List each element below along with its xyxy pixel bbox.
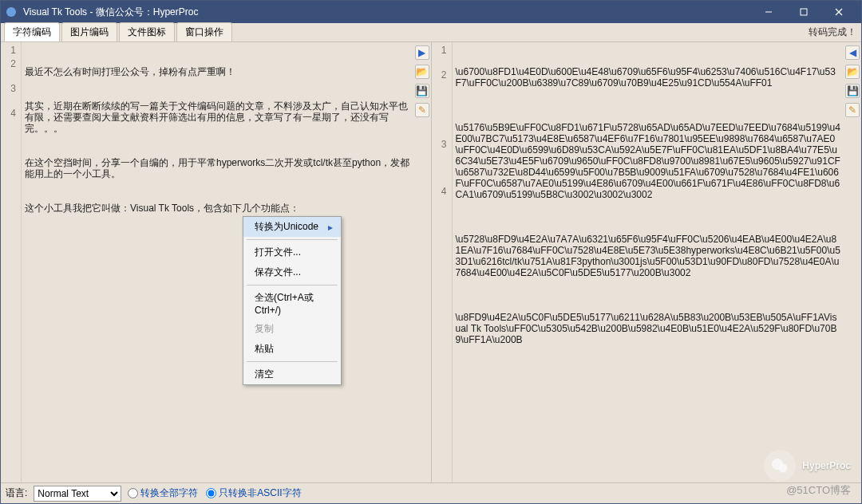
arrow-right-icon[interactable]: ▶ xyxy=(415,45,429,60)
svg-rect-2 xyxy=(801,9,807,15)
menu-separator xyxy=(247,361,338,362)
minimize-button[interactable] xyxy=(751,1,786,23)
tab-char-encoding[interactable]: 字符编码 xyxy=(4,22,60,41)
radio-convert-all-input[interactable] xyxy=(128,488,138,498)
text-line: \u6700\u8FD1\u4E0D\u600E\u4E48\u6709\u65… xyxy=(456,66,841,89)
line-number: 3 xyxy=(432,138,452,151)
line-number: 4 xyxy=(432,185,452,198)
content-area: 1 2 3 4 最近不怎么有时间打理公众号，掉粉有点严重啊！ 其实，近期在断断续… xyxy=(1,42,861,482)
line-number: 3 xyxy=(1,82,21,95)
radio-label: 只转换非ASCII字符 xyxy=(219,486,301,500)
line-number: 2 xyxy=(1,57,21,70)
app-window: Visual Tk Tools - 微信公众号：HyperProc 字符编码 图… xyxy=(0,0,862,504)
radio-convert-all[interactable]: 转换全部字符 xyxy=(128,486,198,500)
right-side-icons: ◀ 📂 💾 ✎ xyxy=(844,42,861,482)
app-icon xyxy=(6,6,18,18)
menu-open-file[interactable]: 打开文件... xyxy=(243,242,341,262)
folder-open-icon[interactable]: 📂 xyxy=(415,65,429,79)
status-text: 转码完成！ xyxy=(809,26,856,39)
text-line: \u5728\u8FD9\u4E2A\u7A7A\u6321\u65F6\u95… xyxy=(456,234,841,278)
save-icon[interactable]: 💾 xyxy=(415,84,429,98)
left-side-icons: ▶ 📂 💾 ✎ xyxy=(413,42,431,482)
edit-icon[interactable]: ✎ xyxy=(845,103,860,117)
menu-clear[interactable]: 清空 xyxy=(243,364,341,384)
tab-window-op[interactable]: 窗口操作 xyxy=(176,22,232,41)
right-pane: 1 2 3 4 \u6700\u8FD1\u4E0D\u600E\u4E48\u… xyxy=(431,42,862,482)
tab-file-icon[interactable]: 文件图标 xyxy=(119,22,175,41)
folder-open-icon[interactable]: 📂 xyxy=(845,65,860,79)
text-line: \u8FD9\u4E2A\u5C0F\u5DE5\u5177\u6211\u62… xyxy=(456,312,841,345)
menu-paste[interactable]: 粘贴 xyxy=(243,339,341,359)
titlebar: Visual Tk Tools - 微信公众号：HyperProc xyxy=(1,1,861,23)
submenu-arrow-icon: ▸ xyxy=(328,222,333,233)
line-number: 1 xyxy=(1,44,21,57)
radio-convert-nonascii[interactable]: 只转换非ASCII字符 xyxy=(206,486,301,500)
menu-separator xyxy=(247,285,338,285)
right-gutter: 1 2 3 4 xyxy=(432,42,453,482)
maximize-button[interactable] xyxy=(786,1,821,23)
context-menu: 转换为Unicode ▸ 打开文件... 保存文件... 全选(Ctrl+A或C… xyxy=(243,216,342,385)
radio-label: 转换全部字符 xyxy=(140,486,198,500)
right-text-area[interactable]: \u6700\u8FD1\u4E0D\u600E\u4E48\u6709\u65… xyxy=(453,42,844,482)
svg-point-0 xyxy=(6,7,16,17)
menu-separator xyxy=(247,239,338,240)
text-line: 其实，近期在断断续续的写一篇关于文件编码问题的文章，不料涉及太广，自己认知水平也… xyxy=(25,100,410,134)
left-gutter: 1 2 3 4 xyxy=(1,42,22,482)
left-pane: 1 2 3 4 最近不怎么有时间打理公众号，掉粉有点严重啊！ 其实，近期在断断续… xyxy=(1,42,431,482)
radio-convert-nonascii-input[interactable] xyxy=(206,488,216,498)
menu-select-all[interactable]: 全选(Ctrl+A或Ctrl+/) xyxy=(243,288,341,319)
line-number: 4 xyxy=(1,107,21,120)
edit-icon[interactable]: ✎ xyxy=(415,103,429,117)
text-line: 最近不怎么有时间打理公众号，掉粉有点严重啊！ xyxy=(25,66,410,77)
close-button[interactable] xyxy=(821,1,856,23)
tab-image-encoding[interactable]: 图片编码 xyxy=(61,22,117,41)
arrow-left-icon[interactable]: ◀ xyxy=(845,45,860,60)
line-number: 2 xyxy=(432,69,452,81)
menu-convert-unicode[interactable]: 转换为Unicode ▸ xyxy=(243,217,341,237)
bottom-bar: 语言: Normal Text 转换全部字符 只转换非ASCII字符 xyxy=(1,482,861,503)
lang-label: 语言: xyxy=(6,486,27,500)
radio-group: 转换全部字符 只转换非ASCII字符 xyxy=(128,486,301,500)
window-title: Visual Tk Tools - 微信公众号：HyperProc xyxy=(23,6,751,19)
line-number: 1 xyxy=(432,44,452,57)
lang-select[interactable]: Normal Text xyxy=(34,486,121,502)
save-icon[interactable]: 💾 xyxy=(845,84,860,98)
text-line: 在这个空挡时间，分享一个自编的，用于平常hyperworks二次开发或tcl/t… xyxy=(25,157,410,179)
text-line: 这个小工具我把它叫做：Visual Tk Tools，包含如下几个功能点： xyxy=(25,203,410,214)
tab-bar: 字符编码 图片编码 文件图标 窗口操作 转码完成！ xyxy=(1,23,861,42)
menu-save-file[interactable]: 保存文件... xyxy=(243,262,341,282)
menu-label: 转换为Unicode xyxy=(255,220,318,234)
text-line: \u5176\u5B9E\uFF0C\u8FD1\u671F\u5728\u65… xyxy=(456,122,841,200)
menu-copy: 复制 xyxy=(243,319,341,339)
left-text-area[interactable]: 最近不怎么有时间打理公众号，掉粉有点严重啊！ 其实，近期在断断续续的写一篇关于文… xyxy=(22,42,413,482)
